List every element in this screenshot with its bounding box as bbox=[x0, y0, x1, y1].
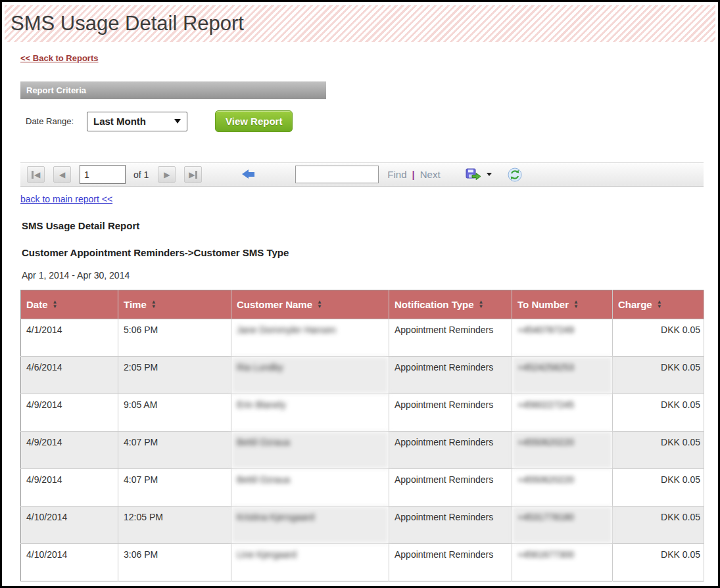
back-to-main-report-link[interactable]: back to main report << bbox=[20, 194, 112, 204]
cell-date: 4/9/2014 bbox=[21, 432, 118, 469]
previous-page-icon: ◀ bbox=[59, 171, 65, 179]
find-button[interactable]: Find bbox=[387, 169, 406, 180]
report-viewer-toolbar: ◀ ◀ of 1 ▶ ▶ Find | Next bbox=[20, 162, 704, 187]
cell-date: 4/10/2014 bbox=[21, 544, 118, 581]
view-report-button[interactable]: View Report bbox=[215, 110, 293, 132]
date-range-select[interactable]: Last Month bbox=[87, 112, 187, 131]
sms-usage-table: Date▲▼ Time▲▼ Customer Name▲▼ Notificati… bbox=[20, 290, 704, 581]
column-header-to-number[interactable]: To Number▲▼ bbox=[512, 290, 613, 319]
cell-time: 2:05 PM bbox=[118, 357, 231, 394]
sort-icon[interactable]: ▲▼ bbox=[53, 300, 58, 309]
cell-date: 4/9/2014 bbox=[21, 394, 118, 432]
report-title: SMS Usage Detail Report bbox=[22, 220, 718, 231]
cell-date: 4/1/2014 bbox=[21, 319, 118, 357]
cell-charge: DKK 0.05 bbox=[613, 394, 704, 432]
find-next-controls: Find | Next bbox=[387, 169, 440, 180]
column-header-customer-name[interactable]: Customer Name▲▼ bbox=[231, 290, 389, 319]
sort-icon[interactable]: ▲▼ bbox=[657, 300, 662, 309]
table-row: 4/10/2014 12:05 PM Kristina Kjersgaard A… bbox=[21, 507, 704, 544]
table-row: 4/1/2014 5:06 PM Jane Dornmyler Hansen A… bbox=[21, 319, 704, 357]
report-criteria-header: Report Criteria bbox=[20, 81, 326, 99]
column-header-notification-type[interactable]: Notification Type▲▼ bbox=[389, 290, 512, 319]
page-number-input[interactable] bbox=[80, 165, 126, 184]
page-title: SMS Usage Detail Report bbox=[5, 12, 244, 35]
column-header-time[interactable]: Time▲▼ bbox=[118, 290, 231, 319]
cell-time: 5:06 PM bbox=[118, 319, 231, 357]
next-button[interactable]: Next bbox=[420, 169, 441, 180]
report-date-range: Apr 1, 2014 - Apr 30, 2014 bbox=[22, 270, 718, 281]
find-text-input[interactable] bbox=[295, 166, 379, 183]
table-row: 4/9/2014 4:07 PM Bettil Ozraua Appointme… bbox=[21, 469, 704, 507]
cell-time: 4:07 PM bbox=[118, 469, 231, 507]
cell-customer-name: Kristina Kjersgaard bbox=[231, 507, 389, 544]
cell-customer-name: Erin Blanely bbox=[231, 394, 389, 432]
report-page: SMS Usage Detail Report << Back to Repor… bbox=[0, 0, 720, 588]
refresh-button[interactable] bbox=[508, 168, 522, 182]
cell-to-number: +4524258253 bbox=[512, 357, 613, 394]
cell-notification-type: Appointment Reminders bbox=[389, 432, 512, 469]
cell-charge: DKK 0.05 bbox=[613, 469, 704, 507]
table-row: 4/9/2014 9:05 AM Erin Blanely Appointmen… bbox=[21, 394, 704, 432]
column-header-charge[interactable]: Charge▲▼ bbox=[613, 290, 704, 319]
back-to-reports-link[interactable]: << Back to Reports bbox=[20, 53, 99, 63]
title-banner: SMS Usage Detail Report bbox=[5, 5, 715, 42]
cell-charge: DKK 0.05 bbox=[613, 507, 704, 544]
cell-notification-type: Appointment Reminders bbox=[389, 544, 512, 581]
cell-charge: DKK 0.05 bbox=[613, 357, 704, 394]
refresh-icon bbox=[508, 168, 522, 182]
cell-to-number: +4561677300 bbox=[512, 544, 613, 581]
cell-customer-name: Bettil Ozraua bbox=[231, 432, 389, 469]
cell-charge: DKK 0.05 bbox=[613, 544, 704, 581]
cell-date: 4/6/2014 bbox=[21, 357, 118, 394]
sort-icon[interactable]: ▲▼ bbox=[317, 300, 322, 309]
cell-to-number: +4540787249 bbox=[512, 319, 613, 357]
cell-notification-type: Appointment Reminders bbox=[389, 357, 512, 394]
table-row: 4/9/2014 4:07 PM Bettil Ozraua Appointme… bbox=[21, 432, 704, 469]
cell-to-number: +4550620220 bbox=[512, 469, 613, 507]
cell-to-number: +4560227245 bbox=[512, 394, 613, 432]
sort-icon[interactable]: ▲▼ bbox=[479, 300, 484, 309]
save-disk-icon bbox=[466, 168, 481, 181]
cell-to-number: +4550620220 bbox=[512, 432, 613, 469]
cell-time: 12:05 PM bbox=[118, 507, 231, 544]
last-page-button[interactable]: ▶ bbox=[184, 166, 202, 183]
cell-notification-type: Appointment Reminders bbox=[389, 319, 512, 357]
chevron-down-icon bbox=[174, 119, 181, 124]
cell-charge: DKK 0.05 bbox=[613, 432, 704, 469]
next-page-button[interactable]: ▶ bbox=[158, 166, 176, 183]
first-page-button[interactable]: ◀ bbox=[27, 166, 45, 183]
cell-notification-type: Appointment Reminders bbox=[389, 469, 512, 507]
find-next-separator: | bbox=[412, 169, 415, 180]
previous-page-button[interactable]: ◀ bbox=[53, 166, 71, 183]
back-to-parent-report-button[interactable] bbox=[242, 170, 254, 179]
cell-to-number: +4531778180 bbox=[512, 507, 613, 544]
page-count-label: of 1 bbox=[133, 170, 149, 180]
next-page-icon: ▶ bbox=[164, 171, 170, 179]
column-header-date[interactable]: Date▲▼ bbox=[21, 290, 118, 319]
last-page-icon bbox=[195, 171, 197, 179]
cell-time: 9:05 AM bbox=[118, 394, 231, 432]
report-criteria-label: Report Criteria bbox=[26, 85, 86, 95]
cell-time: 4:07 PM bbox=[118, 432, 231, 469]
export-button[interactable] bbox=[466, 168, 492, 181]
cell-customer-name: Bettil Ozraua bbox=[231, 469, 389, 507]
cell-notification-type: Appointment Reminders bbox=[389, 394, 512, 432]
table-row: 4/10/2014 3:06 PM Line Kjergaard Appoint… bbox=[21, 544, 704, 581]
criteria-row: Date Range: Last Month View Report bbox=[26, 110, 718, 132]
cell-date: 4/10/2014 bbox=[21, 507, 118, 544]
cell-date: 4/9/2014 bbox=[21, 469, 118, 507]
table-header-row: Date▲▼ Time▲▼ Customer Name▲▼ Notificati… bbox=[21, 290, 704, 319]
sort-icon[interactable]: ▲▼ bbox=[573, 300, 579, 309]
sort-icon[interactable]: ▲▼ bbox=[151, 300, 156, 309]
cell-customer-name: Ria Lundby bbox=[231, 357, 389, 394]
date-range-value: Last Month bbox=[93, 116, 146, 127]
report-subtitle: Customer Appointment Reminders->Customer… bbox=[22, 247, 718, 258]
table-row: 4/6/2014 2:05 PM Ria Lundby Appointment … bbox=[21, 357, 704, 394]
cell-time: 3:06 PM bbox=[118, 544, 231, 581]
cell-customer-name: Line Kjergaard bbox=[231, 544, 389, 581]
date-range-label: Date Range: bbox=[26, 116, 74, 126]
cell-notification-type: Appointment Reminders bbox=[389, 507, 512, 544]
cell-customer-name: Jane Dornmyler Hansen bbox=[231, 319, 389, 357]
export-dropdown-caret-icon bbox=[487, 173, 492, 176]
cell-charge: DKK 0.05 bbox=[613, 319, 704, 357]
